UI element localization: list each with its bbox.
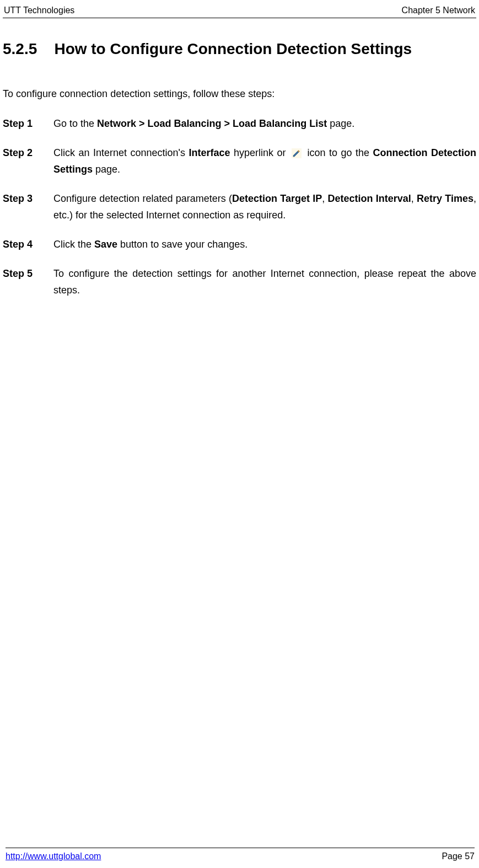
footer-divider <box>6 848 475 848</box>
step-3: Step 3 Configure detection related param… <box>3 190 476 224</box>
header-left: UTT Technologies <box>4 6 74 15</box>
step-body: Configure detection related parameters (… <box>53 190 476 224</box>
interface-term: Interface <box>189 147 230 158</box>
header-right: Chapter 5 Network <box>402 6 475 15</box>
footer-link[interactable]: http://www.uttglobal.com <box>6 851 101 861</box>
button-name: Save <box>94 239 117 250</box>
page-header: UTT Technologies Chapter 5 Network <box>3 6 476 15</box>
page-number: Page 57 <box>442 851 475 861</box>
param-name: Retry Times <box>417 193 473 204</box>
step-label: Step 2 <box>3 144 53 178</box>
page-footer: http://www.uttglobal.com Page 57 <box>6 848 475 861</box>
text: icon to go the <box>304 147 373 158</box>
text: Click the <box>53 239 94 250</box>
text: page. <box>93 164 120 175</box>
step-5: Step 5 To configure the detection settin… <box>3 265 476 299</box>
param-name: Detection Interval <box>327 193 411 204</box>
param-name: Detection Target IP <box>232 193 322 204</box>
step-4: Step 4 Click the Save button to save you… <box>3 236 476 253</box>
step-label: Step 3 <box>3 190 53 224</box>
text: , <box>322 193 327 204</box>
text: To configure the detection settings for … <box>53 268 476 296</box>
nav-path: Network > Load Balancing > Load Balancin… <box>97 118 327 129</box>
text: Configure detection related parameters ( <box>53 193 232 204</box>
step-label: Step 5 <box>3 265 53 299</box>
section-number: 5.2.5 <box>3 40 37 57</box>
text: hyperlink or <box>230 147 289 158</box>
section-heading: 5.2.5 How to Configure Connection Detect… <box>3 40 476 58</box>
intro-text: To configure connection detection settin… <box>3 88 476 100</box>
step-body: Click an Internet connection's Interface… <box>53 144 476 178</box>
text: , <box>411 193 417 204</box>
step-body: To configure the detection settings for … <box>53 265 476 299</box>
edit-icon <box>289 147 304 158</box>
step-label: Step 1 <box>3 115 53 132</box>
text: page. <box>327 118 354 129</box>
text: button to save your changes. <box>117 239 247 250</box>
step-label: Step 4 <box>3 236 53 253</box>
section-title: How to Configure Connection Detection Se… <box>54 40 412 57</box>
step-body: Go to the Network > Load Balancing > Loa… <box>53 115 476 132</box>
text: Click an Internet connection's <box>53 147 189 158</box>
header-divider <box>3 18 476 18</box>
text: Go to the <box>53 118 97 129</box>
step-2: Step 2 Click an Internet connection's In… <box>3 144 476 178</box>
step-1: Step 1 Go to the Network > Load Balancin… <box>3 115 476 132</box>
step-body: Click the Save button to save your chang… <box>53 236 476 253</box>
